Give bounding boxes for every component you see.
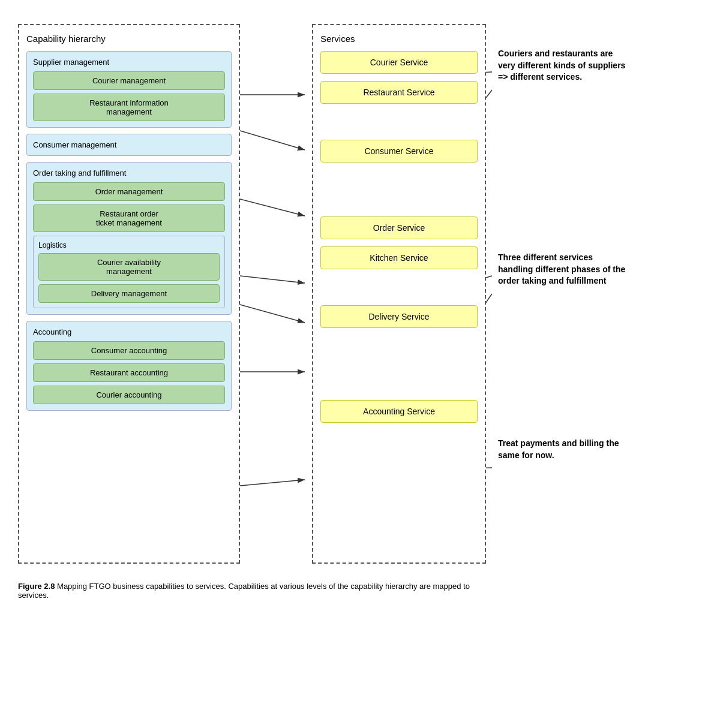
delivery-service-wrapper: Delivery Service: [320, 305, 478, 328]
services-list: Courier Service Restaurant Service Consu…: [320, 51, 478, 423]
figure-number: Figure 2.8: [18, 582, 55, 591]
services-column: Services Courier Service Restaurant Serv…: [312, 24, 486, 564]
figure-caption: Figure 2.8 Mapping FTGO business capabil…: [18, 582, 498, 600]
logistics-title: Logistics: [38, 241, 220, 249]
order-service: Order Service: [320, 216, 478, 239]
courier-service-wrapper: Courier Service: [320, 51, 478, 74]
delivery-service: Delivery Service: [320, 305, 478, 328]
restaurant-service-wrapper: Restaurant Service: [320, 81, 478, 104]
restaurant-info-item: Restaurant informationmanagement: [33, 94, 225, 121]
main-area: Capability hierarchy Supplier management…: [18, 24, 702, 564]
svg-line-3: [240, 199, 305, 216]
kitchen-service-wrapper: Kitchen Service: [320, 246, 478, 269]
diagram-container: Capability hierarchy Supplier management…: [12, 12, 708, 612]
capability-title: Capability hierarchy: [26, 34, 232, 44]
annotation-3-text: Treat payments and billing the same for …: [498, 438, 630, 461]
consumer-service: Consumer Service: [320, 140, 478, 163]
svg-line-4: [240, 276, 305, 283]
annotation-1: Couriers and restaurants are very differ…: [498, 48, 630, 83]
kitchen-service: Kitchen Service: [320, 246, 478, 269]
capability-column: Capability hierarchy Supplier management…: [18, 24, 240, 564]
caption-text: Mapping FTGO business capabilities to se…: [18, 582, 470, 600]
consumer-accounting-item: Consumer accounting: [33, 341, 225, 360]
annotation-3: Treat payments and billing the same for …: [498, 438, 630, 461]
courier-management-item: Courier management: [33, 71, 225, 90]
consumer-service-wrapper: Consumer Service: [320, 140, 478, 163]
order-management-item: Order management: [33, 182, 225, 201]
restaurant-accounting-item: Restaurant accounting: [33, 363, 225, 382]
consumer-management-item: Consumer management: [26, 134, 232, 156]
accounting-service: Accounting Service: [320, 400, 478, 423]
services-title: Services: [320, 34, 478, 44]
accounting-service-wrapper: Accounting Service: [320, 400, 478, 423]
svg-line-5: [240, 305, 305, 323]
restaurant-order-ticket-item: Restaurant orderticket management: [33, 204, 225, 232]
svg-line-2: [240, 131, 305, 150]
connector-svg: [240, 24, 312, 564]
annotation-2-text: Three different services handling differ…: [498, 252, 630, 287]
order-group: Order taking and fulfillment Order manag…: [26, 162, 232, 315]
connector-column: [240, 24, 312, 564]
order-group-title: Order taking and fulfillment: [33, 169, 225, 178]
annotation-2: Three different services handling differ…: [498, 252, 630, 287]
accounting-group-title: Accounting: [33, 327, 225, 336]
courier-service: Courier Service: [320, 51, 478, 74]
supplier-group: Supplier management Courier management R…: [26, 51, 232, 128]
annotation-svg: [486, 24, 696, 564]
courier-accounting-item: Courier accounting: [33, 386, 225, 404]
restaurant-service: Restaurant Service: [320, 81, 478, 104]
courier-availability-item: Courier availabilitymanagement: [38, 253, 220, 281]
annotation-1-text: Couriers and restaurants are very differ…: [498, 48, 630, 83]
delivery-management-item: Delivery management: [38, 284, 220, 303]
svg-line-7: [240, 480, 305, 486]
logistics-subgroup: Logistics Courier availabilitymanagement…: [33, 236, 225, 308]
accounting-group: Accounting Consumer accounting Restauran…: [26, 321, 232, 411]
order-service-wrapper: Order Service: [320, 216, 478, 239]
supplier-group-title: Supplier management: [33, 58, 225, 67]
